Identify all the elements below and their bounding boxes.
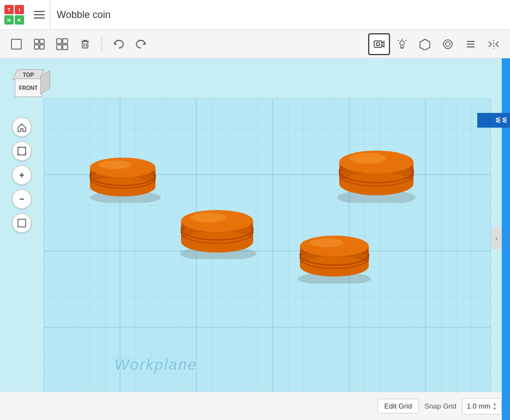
toolbar	[0, 30, 510, 58]
logo-n: N	[4, 15, 14, 25]
zoom-in-button[interactable]	[12, 165, 32, 185]
svg-point-49	[181, 231, 253, 253]
group-button[interactable]	[28, 33, 50, 55]
view-cube-front[interactable]: FRONT	[15, 79, 42, 97]
home-icon	[17, 122, 27, 132]
zoom-in-icon	[17, 170, 27, 180]
svg-rect-9	[82, 41, 88, 48]
edit-grid-button[interactable]: Edit Grid	[377, 399, 419, 413]
view-camera-button[interactable]	[368, 33, 390, 55]
svg-rect-80	[18, 219, 26, 227]
svg-point-56	[300, 256, 369, 277]
new-shape-icon	[10, 38, 22, 50]
svg-rect-12	[374, 41, 382, 47]
view-cube-wrapper[interactable]: TOP FRONT	[7, 67, 50, 110]
logo-k: K	[15, 15, 24, 25]
lights-button[interactable]	[391, 33, 413, 55]
mirror-icon	[442, 38, 454, 50]
svg-rect-8	[63, 45, 68, 50]
snap-grid-label: Snap Grid	[424, 402, 457, 410]
svg-line-18	[398, 40, 399, 41]
view-camera-icon	[373, 38, 385, 50]
coin-top-right	[327, 135, 423, 203]
snap-icon	[419, 38, 431, 50]
svg-rect-6	[63, 39, 68, 44]
coin-bottom-right	[289, 221, 379, 284]
logo-t: T	[4, 5, 14, 14]
new-shape-button[interactable]	[5, 33, 27, 55]
snap-button[interactable]	[414, 33, 436, 55]
ungroup-icon	[56, 38, 68, 50]
lights-icon	[396, 38, 408, 50]
fit-view-button[interactable]	[12, 141, 32, 161]
undo-icon	[112, 38, 124, 50]
svg-rect-4	[40, 45, 44, 49]
svg-point-53	[190, 213, 226, 223]
svg-rect-5	[57, 39, 62, 44]
svg-point-67	[349, 153, 386, 164]
undo-button[interactable]	[107, 33, 129, 55]
fit-icon	[17, 146, 27, 156]
svg-point-63	[339, 172, 413, 195]
redo-icon	[135, 38, 147, 50]
align-button[interactable]	[460, 33, 482, 55]
home-view-button[interactable]	[12, 117, 32, 137]
svg-rect-7	[57, 45, 62, 50]
svg-point-20	[443, 40, 452, 49]
expand-sidebar-button[interactable]: ›	[491, 227, 502, 249]
mirror-button[interactable]	[437, 33, 459, 55]
svg-rect-2	[40, 39, 44, 44]
group-icon	[33, 38, 45, 50]
3d-viewport[interactable]: Workplane	[0, 58, 502, 420]
project-title: Wobble coin	[57, 9, 111, 21]
svg-rect-3	[34, 45, 39, 49]
svg-point-14	[400, 41, 404, 45]
flip-icon	[488, 38, 500, 50]
snap-grid-value[interactable]: 1.0 mm ▲ ▼	[462, 398, 502, 415]
menu-button[interactable]	[28, 0, 50, 30]
app-logo[interactable]: T I N K	[0, 0, 28, 30]
delete-button[interactable]	[74, 33, 96, 55]
svg-point-42	[90, 177, 155, 196]
redo-button[interactable]	[130, 33, 152, 55]
svg-marker-19	[420, 39, 430, 50]
snap-grid-arrows[interactable]: ▲ ▼	[493, 401, 497, 411]
view-cube[interactable]: TOP FRONT	[7, 67, 50, 110]
coin-center	[169, 194, 265, 259]
left-controls-panel	[0, 58, 44, 420]
perspective-button[interactable]	[12, 213, 32, 233]
delete-icon	[79, 38, 91, 50]
svg-rect-1	[34, 39, 39, 44]
main-area: Workplane	[0, 58, 510, 420]
logo-i: I	[15, 5, 24, 14]
right-sidebar[interactable]: W W	[477, 113, 510, 128]
svg-rect-0	[11, 39, 21, 49]
header: T I N K Wobble coin	[0, 0, 510, 30]
svg-point-21	[446, 42, 450, 46]
zoom-out-button[interactable]	[12, 189, 32, 209]
bottom-bar: Edit Grid Snap Grid 1.0 mm ▲ ▼	[0, 392, 510, 420]
zoom-out-icon	[17, 194, 27, 204]
svg-line-17	[405, 40, 406, 41]
svg-point-60	[309, 238, 343, 247]
svg-point-13	[376, 43, 380, 46]
hamburger-icon	[34, 11, 45, 19]
svg-point-46	[98, 160, 131, 169]
coin-top-left	[79, 143, 166, 203]
perspective-icon	[17, 218, 27, 228]
ungroup-button[interactable]	[51, 33, 73, 55]
align-icon	[465, 38, 477, 50]
svg-rect-68	[18, 147, 26, 155]
toolbar-divider-1	[101, 36, 102, 52]
flip-button[interactable]	[483, 33, 505, 55]
